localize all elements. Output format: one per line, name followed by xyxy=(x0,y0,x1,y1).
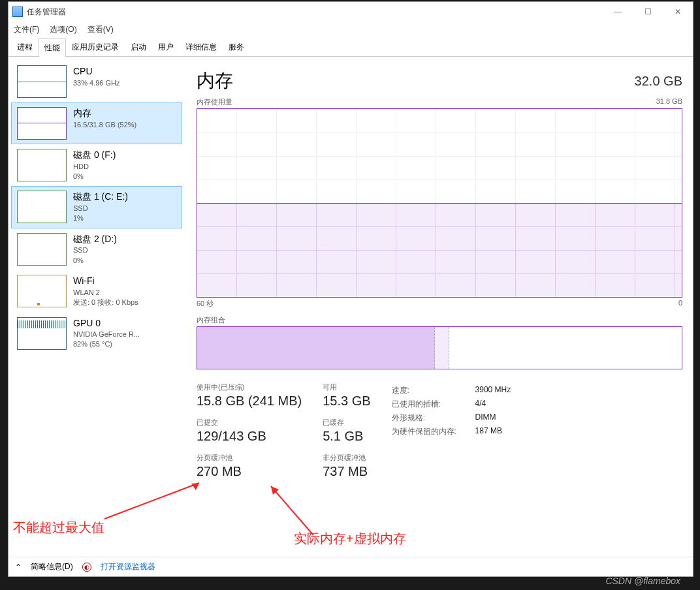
main-panel: 内存 32.0 GB 内存使用量 31.8 GB 60 秒 0 内存组合 xyxy=(185,57,693,557)
sidebar-item-gpu[interactable]: GPU 0 NVIDIA GeForce R... 82% (55 °C) xyxy=(11,313,182,354)
committed-label: 已提交 xyxy=(197,418,302,427)
speed-val: 3900 MHz xyxy=(475,385,511,396)
resmon-icon: ◐ xyxy=(82,563,91,572)
avail-label: 可用 xyxy=(323,382,370,392)
app-icon xyxy=(12,7,23,17)
tab-app-history[interactable]: 应用历史记录 xyxy=(66,38,125,56)
bottom-bar: ⌃ 简略信息(D) ◐ 打开资源监视器 xyxy=(8,557,693,576)
chart-usage-label: 内存使用量 xyxy=(197,97,232,107)
fewer-details-link[interactable]: 简略信息(D) xyxy=(31,561,73,572)
close-button[interactable]: ✕ xyxy=(663,2,693,22)
tab-startup[interactable]: 启动 xyxy=(125,38,152,56)
tab-users[interactable]: 用户 xyxy=(152,38,180,56)
total-memory: 32.0 GB xyxy=(635,69,682,89)
avail-value: 15.3 GB xyxy=(323,394,370,409)
inuse-label: 使用中(已压缩) xyxy=(197,382,302,392)
sidebar-item-disk1[interactable]: 磁盘 1 (C: E:) SSD 1% xyxy=(11,186,182,228)
nonpaged-label: 非分页缓冲池 xyxy=(323,453,370,463)
paged-value: 270 MB xyxy=(197,464,302,479)
window-title: 任务管理器 xyxy=(27,7,66,18)
axis-right: 0 xyxy=(678,299,682,309)
maximize-button[interactable]: ☐ xyxy=(633,2,663,22)
minimize-button[interactable]: ― xyxy=(603,2,633,22)
inuse-value: 15.8 GB (241 MB) xyxy=(197,394,302,409)
menu-options[interactable]: 选项(O) xyxy=(50,24,76,35)
sidebar: CPU 33% 4.96 GHz 内存 16.5/31.8 GB (52%) 磁… xyxy=(8,57,185,557)
memory-composition-bar xyxy=(197,326,682,369)
titlebar[interactable]: 任务管理器 ― ☐ ✕ xyxy=(8,2,693,22)
cached-label: 已缓存 xyxy=(323,418,370,427)
page-title: 内存 xyxy=(197,69,233,93)
paged-label: 分页缓冲池 xyxy=(197,453,302,463)
tab-performance[interactable]: 性能 xyxy=(39,39,66,57)
speed-key: 速度: xyxy=(392,385,470,396)
axis-left: 60 秒 xyxy=(197,299,214,309)
menu-file[interactable]: 文件(F) xyxy=(14,24,39,35)
watermark: CSDN @flamebox xyxy=(605,576,680,586)
memory-thumb-icon xyxy=(17,107,67,140)
menubar: 文件(F) 选项(O) 查看(V) xyxy=(8,22,693,37)
slots-val: 4/4 xyxy=(475,399,486,410)
memory-usage-chart xyxy=(197,108,682,298)
form-key: 外形规格: xyxy=(392,412,470,424)
wifi-thumb-icon xyxy=(17,275,67,307)
nonpaged-value: 737 MB xyxy=(323,464,370,479)
disk-thumb-icon xyxy=(17,233,67,266)
reserved-val: 187 MB xyxy=(475,426,502,437)
gpu-thumb-icon xyxy=(17,317,67,350)
form-val: DIMM xyxy=(475,412,496,424)
sidebar-item-memory[interactable]: 内存 16.5/31.8 GB (52%) xyxy=(11,102,182,144)
chevron-up-icon[interactable]: ⌃ xyxy=(15,563,22,572)
sidebar-item-disk2[interactable]: 磁盘 2 (D:) SSD 0% xyxy=(11,228,182,270)
sidebar-item-disk0[interactable]: 磁盘 0 (F:) HDD 0% xyxy=(11,144,182,186)
sidebar-item-wifi[interactable]: Wi-Fi WLAN 2 发送: 0 接收: 0 Kbps xyxy=(11,270,182,312)
disk-thumb-icon xyxy=(17,149,67,181)
disk-thumb-icon xyxy=(17,191,67,223)
tabbar: 进程 性能 应用历史记录 启动 用户 详细信息 服务 xyxy=(8,37,693,57)
menu-view[interactable]: 查看(V) xyxy=(88,24,114,35)
cached-value: 5.1 GB xyxy=(323,429,370,444)
composition-label: 内存组合 xyxy=(197,315,682,325)
reserved-key: 为硬件保留的内存: xyxy=(392,426,470,437)
sidebar-item-cpu[interactable]: CPU 33% 4.96 GHz xyxy=(11,61,182,102)
open-resmon-link[interactable]: 打开资源监视器 xyxy=(101,561,155,572)
task-manager-window: 任务管理器 ― ☐ ✕ 文件(F) 选项(O) 查看(V) 进程 性能 应用历史… xyxy=(8,1,693,577)
committed-value: 129/143 GB xyxy=(197,429,302,444)
tab-processes[interactable]: 进程 xyxy=(11,38,39,56)
slots-key: 已使用的插槽: xyxy=(392,399,470,410)
chart-max-label: 31.8 GB xyxy=(656,97,682,107)
tab-details[interactable]: 详细信息 xyxy=(180,38,223,56)
cpu-thumb-icon xyxy=(17,65,67,98)
tab-services[interactable]: 服务 xyxy=(223,38,250,56)
